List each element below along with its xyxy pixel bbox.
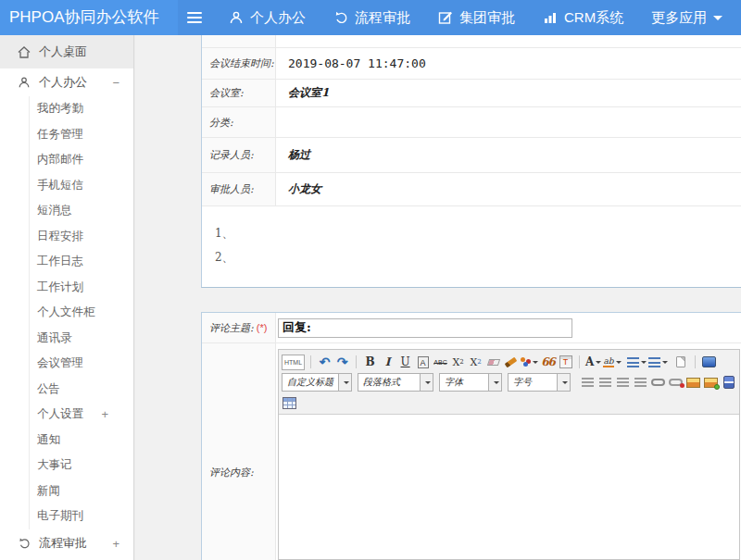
align-justify-icon[interactable]	[633, 375, 648, 391]
sidebar-item-announcement[interactable]: 公告	[30, 377, 133, 403]
user-icon	[229, 10, 244, 25]
sidebar-item-internal-mail[interactable]: 内部邮件	[30, 147, 133, 173]
main-nav: 个人办公 流程审批 集团审批	[229, 9, 722, 27]
sidebar-item-task-management[interactable]: 任务管理	[30, 122, 133, 148]
font-family-select[interactable]: 字体	[439, 373, 502, 392]
divider	[356, 355, 357, 368]
remove-link-icon[interactable]	[668, 375, 684, 391]
top-navbar: PHPOA协同办公软件 个人办公 流程审批	[0, 0, 741, 35]
insert-image-icon[interactable]	[685, 375, 701, 391]
nav-label: 集团审批	[459, 9, 515, 27]
heading-select[interactable]: 自定义标题	[282, 373, 352, 392]
user-icon	[18, 76, 31, 89]
align-center-icon[interactable]	[597, 375, 613, 391]
insert-link-icon[interactable]	[650, 375, 666, 391]
sidebar-item-notice[interactable]: 通知	[30, 428, 133, 454]
table-row-recorder: 记录人员: 杨过	[202, 138, 741, 173]
home-icon	[18, 46, 31, 58]
sidebar-item-contacts[interactable]: 通讯录	[30, 326, 133, 352]
caret-down-icon	[557, 374, 570, 391]
nav-label: 个人办公	[250, 9, 306, 27]
italic-icon[interactable]: I	[380, 355, 396, 370]
sidebar-item-e-journal[interactable]: 电子期刊	[30, 504, 133, 529]
meeting-minutes-content: 1、 2、	[202, 206, 741, 287]
menu-toggle-icon[interactable]	[187, 12, 203, 23]
subscript-icon[interactable]: X2	[468, 355, 484, 370]
meeting-detail-table: 会议结束时间: 2019-08-07 11:47:00 会议室: 会议室1 分类…	[201, 35, 741, 288]
highlight-color-icon[interactable]: ab	[603, 355, 621, 370]
main-content: 会议结束时间: 2019-08-07 11:47:00 会议室: 会议室1 分类…	[135, 35, 741, 560]
sidebar-item-personal-settings[interactable]: 个人设置 +	[30, 402, 133, 428]
editor-content-area[interactable]	[279, 415, 739, 559]
toolbar-row-3	[282, 392, 736, 413]
format-brush-icon[interactable]	[503, 355, 519, 370]
editor-toolbar: HTML ↶ ↷ B I U A ABC X2	[279, 350, 739, 415]
caret-down-icon	[596, 361, 601, 367]
ordered-list-icon[interactable]	[627, 355, 647, 370]
insert-table-icon[interactable]	[282, 395, 297, 411]
comment-subject-input[interactable]	[278, 318, 572, 338]
sidebar-group-personal-office[interactable]: 个人办公 −	[0, 68, 133, 96]
redo-icon[interactable]: ↷	[334, 355, 350, 370]
sidebar-item-work-plan[interactable]: 工作计划	[30, 275, 133, 301]
font-size-select[interactable]: 字号	[508, 373, 571, 392]
divider	[310, 355, 311, 368]
nav-more-apps[interactable]: 更多应用	[651, 9, 722, 27]
new-document-icon[interactable]	[673, 355, 689, 370]
strikethrough-icon[interactable]: ABC	[433, 355, 448, 370]
insert-flash-icon[interactable]	[703, 375, 719, 391]
undo-icon[interactable]: ↶	[317, 355, 333, 370]
expand-icon[interactable]: +	[101, 402, 108, 428]
field-label: 记录人员:	[202, 138, 276, 172]
sidebar-item-sms[interactable]: 手机短信	[30, 173, 133, 199]
divider	[579, 355, 580, 368]
sidebar-item-news[interactable]: 新闻	[30, 479, 133, 504]
sidebar-item-events[interactable]: 大事记	[30, 453, 133, 479]
align-left-icon[interactable]	[580, 375, 596, 391]
caret-down-icon	[338, 374, 351, 391]
sidebar-item-schedule[interactable]: 日程安排	[30, 224, 133, 250]
quick-format-icon[interactable]: T	[558, 355, 573, 370]
underline-icon[interactable]: U	[397, 355, 413, 370]
caret-down-icon	[713, 16, 722, 25]
sidebar-item-attendance[interactable]: 我的考勤	[30, 96, 133, 122]
field-value	[276, 107, 741, 137]
nav-workflow-approval[interactable]: 流程审批	[333, 9, 410, 27]
fill-color-icon[interactable]	[521, 355, 538, 370]
bold-icon[interactable]: B	[362, 355, 378, 370]
nav-group-approval[interactable]: 集团审批	[438, 9, 515, 27]
fullscreen-icon[interactable]	[701, 355, 717, 370]
table-row-approver: 审批人员: 小龙女	[202, 173, 741, 206]
sidebar-item-desktop[interactable]: 个人桌面	[0, 35, 133, 68]
field-label: 评论主题: (*)	[202, 313, 276, 342]
paragraph-format-select[interactable]: 段落格式	[358, 373, 433, 392]
table-row-comment-subject: 评论主题: (*)	[202, 313, 741, 343]
sidebar-item-file-cabinet[interactable]: 个人文件柜	[30, 300, 133, 326]
nav-label: CRM系统	[564, 9, 623, 27]
insert-media-icon[interactable]	[721, 375, 736, 391]
superscript-icon[interactable]: X2	[450, 355, 466, 370]
caret-down-icon	[533, 361, 538, 367]
unordered-list-icon[interactable]	[648, 355, 668, 370]
expand-icon[interactable]: +	[112, 536, 119, 550]
sidebar-item-label: 个人桌面	[39, 44, 87, 60]
remove-format-icon[interactable]	[485, 355, 501, 370]
app-window: PHPOA协同办公软件 个人办公 流程审批	[0, 0, 741, 560]
border-text-icon[interactable]: A	[418, 356, 429, 368]
sidebar-item-meeting-management[interactable]: 会议管理	[30, 351, 133, 377]
sidebar-group-workflow[interactable]: 流程审批 +	[0, 529, 133, 557]
app-logo: PHPOA协同办公软件	[0, 0, 178, 35]
nav-personal-office[interactable]: 个人办公	[229, 9, 306, 27]
nav-crm-system[interactable]: CRM系统	[543, 9, 623, 27]
html-source-button[interactable]: HTML	[282, 355, 305, 370]
caret-down-icon	[616, 361, 622, 367]
blockquote-icon[interactable]: 66	[540, 355, 556, 370]
font-color-icon[interactable]: A	[585, 355, 601, 370]
align-right-icon[interactable]	[615, 375, 631, 391]
sidebar-item-short-message[interactable]: 短消息	[30, 198, 133, 224]
sidebar: 个人桌面 个人办公 − 我的考勤 任务管理 内部邮件 手机短信 短消息 日程安排…	[0, 35, 134, 560]
sidebar-group-label: 流程审批	[39, 535, 87, 552]
sidebar-item-work-log[interactable]: 工作日志	[30, 249, 133, 275]
field-value: 会议室1	[276, 80, 741, 106]
collapse-icon[interactable]: −	[112, 76, 119, 90]
